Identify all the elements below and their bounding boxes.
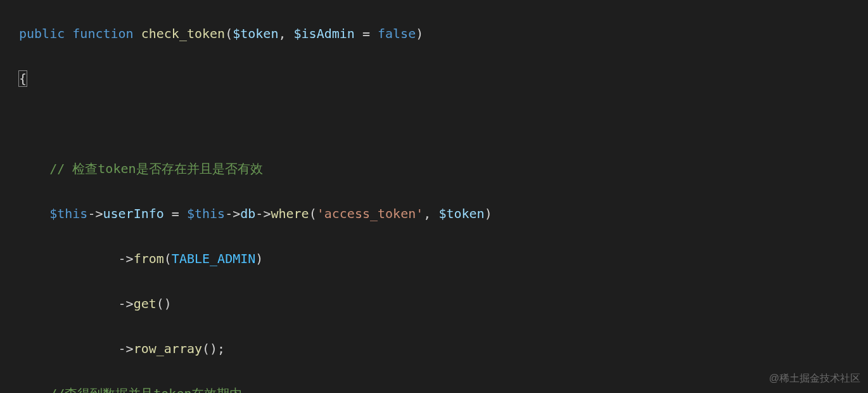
code-line: // 检查token是否存在并且是否有效 [19,158,868,181]
code-line: public function check_token($token, $isA… [19,23,868,46]
code-line [19,113,868,136]
code-line: ->row_array(); [19,338,868,361]
code-line: //查得到数据并且token在效期内 [19,383,868,393]
watermark: @稀土掘金技术社区 [769,367,860,390]
code-editor[interactable]: public function check_token($token, $isA… [0,0,868,393]
code-line: $this->userInfo = $this->db->where('acce… [19,203,868,226]
code-block: public function check_token($token, $isA… [19,23,868,393]
brace-open: { [18,70,27,87]
code-line: ->from(TABLE_ADMIN) [19,248,868,271]
code-line: ->get() [19,293,868,316]
code-line: { [19,68,868,91]
